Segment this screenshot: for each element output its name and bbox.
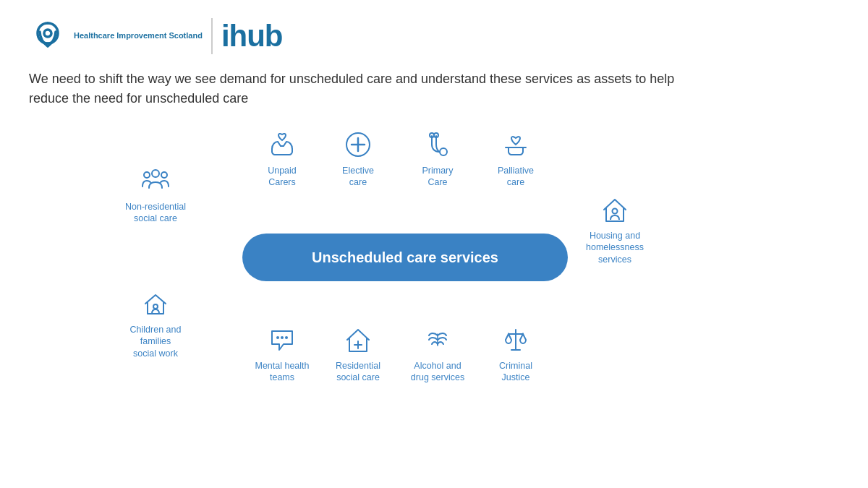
logo-text: Healthcare Improvement Scotland: [74, 30, 203, 41]
children-label: Children and families social work: [116, 324, 195, 359]
service-unpaid: Unpaid Carers: [242, 129, 322, 189]
page-container: Healthcare Improvement Scotland ihub We …: [0, 0, 868, 488]
unpaid-carers-icon: [266, 129, 298, 160]
palliative-icon: [500, 129, 532, 160]
criminal-label: Criminal Justice: [499, 360, 532, 384]
service-mental: Mental health teams: [242, 324, 322, 384]
alcohol-icon: [422, 324, 454, 356]
unscheduled-care-button[interactable]: Unscheduled care services: [242, 234, 568, 281]
housing-icon: [599, 194, 631, 226]
svg-point-14: [285, 336, 288, 339]
main-statement: We need to shift the way we see demand f…: [29, 69, 680, 108]
elective-label: Elective care: [342, 165, 374, 189]
mental-health-icon: [266, 324, 298, 356]
logo-divider: [211, 18, 213, 54]
unpaid-label: Unpaid Carers: [268, 165, 297, 189]
palliative-label: Palliative care: [498, 165, 534, 189]
logo-area: Healthcare Improvement Scotland: [29, 17, 203, 55]
service-children: Children and families social work: [116, 288, 195, 359]
svg-point-1: [144, 172, 150, 178]
svg-point-0: [44, 30, 51, 37]
residential-label: Residential social care: [336, 360, 380, 384]
primary-care-icon: [422, 129, 454, 160]
diagram-inner: Unscheduled care services Non-residentia…: [116, 129, 752, 396]
service-criminal: Criminal Justice: [476, 324, 556, 384]
elective-icon: [342, 129, 374, 160]
svg-point-2: [152, 170, 159, 177]
service-primary: Primary Care: [398, 129, 477, 189]
svg-point-3: [161, 172, 167, 178]
svg-point-10: [440, 148, 447, 155]
diagram-area: Unscheduled care services Non-residentia…: [29, 129, 839, 396]
primary-label: Primary Care: [422, 165, 453, 189]
svg-point-13: [281, 336, 284, 339]
nonresidential-icon: [140, 165, 171, 197]
service-residential: Residential social care: [318, 324, 398, 384]
service-housing: Housing and homelessness services: [571, 194, 658, 265]
svg-point-4: [153, 304, 158, 309]
ihub-title: ihub: [221, 19, 283, 53]
justice-icon: [500, 324, 532, 356]
service-nonresidential: Non-residential social care: [116, 165, 195, 225]
housing-label: Housing and homelessness services: [586, 230, 644, 265]
service-palliative: Palliative care: [476, 129, 556, 189]
header: Healthcare Improvement Scotland ihub: [29, 17, 839, 55]
service-elective: Elective care: [318, 129, 398, 189]
svg-point-11: [613, 209, 618, 214]
nonresidential-label: Non-residential social care: [125, 201, 186, 225]
alcohol-label: Alcohol and drug services: [411, 360, 464, 384]
children-icon: [140, 288, 171, 320]
service-alcohol: Alcohol and drug services: [398, 324, 477, 384]
mental-label: Mental health teams: [255, 360, 309, 384]
his-logo-icon: [29, 17, 67, 55]
svg-point-12: [276, 336, 279, 339]
residential-icon: [342, 324, 374, 356]
